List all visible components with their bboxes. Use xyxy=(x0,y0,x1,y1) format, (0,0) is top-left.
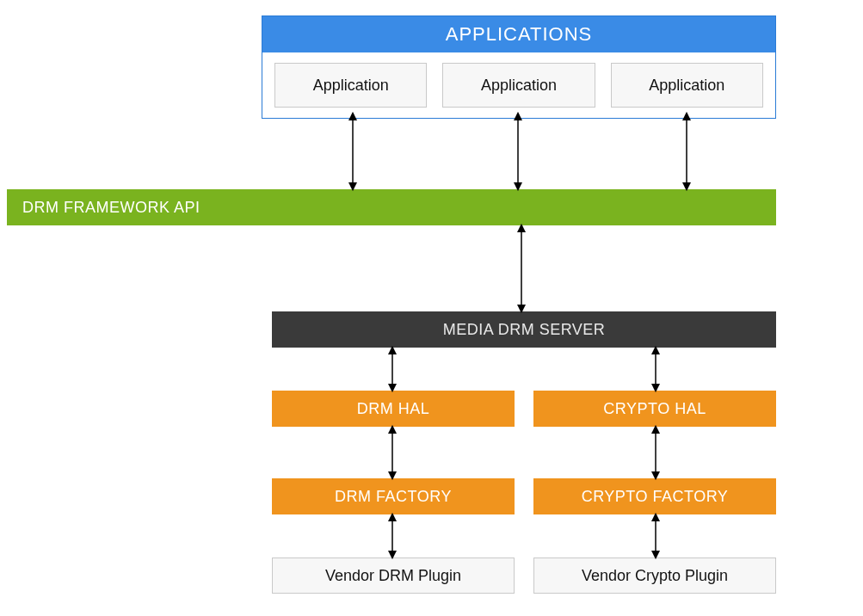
vendor-drm-plugin-box: Vendor DRM Plugin xyxy=(272,557,515,594)
vendor-crypto-plugin-label: Vendor Crypto Plugin xyxy=(582,567,728,585)
drm-framework-api-bar: DRM FRAMEWORK API xyxy=(7,189,776,225)
applications-header: APPLICATIONS xyxy=(262,16,775,52)
drm-factory-bar: DRM FACTORY xyxy=(272,478,515,514)
application-label: Application xyxy=(313,77,389,95)
crypto-factory-bar: CRYPTO FACTORY xyxy=(533,478,776,514)
applications-body: Application Application Application xyxy=(262,52,775,118)
crypto-hal-bar: CRYPTO HAL xyxy=(533,391,776,427)
vendor-drm-plugin-label: Vendor DRM Plugin xyxy=(325,567,461,585)
crypto-factory-label: CRYPTO FACTORY xyxy=(582,488,729,506)
application-card: Application xyxy=(611,63,763,108)
application-card: Application xyxy=(274,63,427,108)
drm-framework-api-label: DRM FRAMEWORK API xyxy=(22,199,200,217)
media-drm-server-bar: MEDIA DRM SERVER xyxy=(272,311,776,348)
application-label: Application xyxy=(481,77,557,95)
vendor-crypto-plugin-box: Vendor Crypto Plugin xyxy=(533,557,776,594)
crypto-hal-label: CRYPTO HAL xyxy=(603,400,706,418)
media-drm-server-label: MEDIA DRM SERVER xyxy=(443,321,606,339)
drm-hal-label: DRM HAL xyxy=(357,400,430,418)
application-label: Application xyxy=(649,77,724,95)
applications-title: APPLICATIONS xyxy=(446,23,593,46)
application-card: Application xyxy=(442,63,595,108)
drm-factory-label: DRM FACTORY xyxy=(335,488,452,506)
applications-group: APPLICATIONS Application Application App… xyxy=(262,15,776,119)
drm-hal-bar: DRM HAL xyxy=(272,391,515,427)
